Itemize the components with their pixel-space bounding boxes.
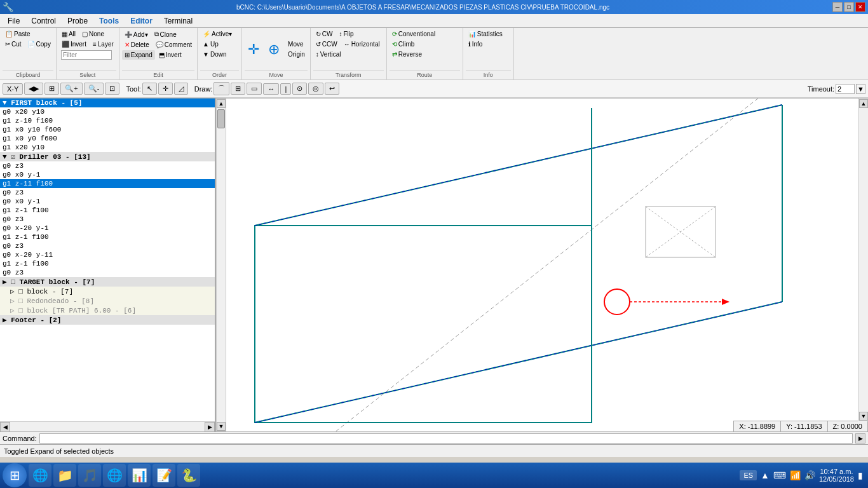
tool-cross-button[interactable]: ✛: [158, 83, 173, 95]
invert-button[interactable]: ⬒ Invert: [156, 50, 184, 60]
scroll-right-button[interactable]: ▶: [205, 422, 215, 431]
zoom-out-button[interactable]: 🔍-: [84, 83, 104, 95]
time-block[interactable]: 10:47 a.m. 12/05/2018: [819, 468, 854, 483]
delete-button[interactable]: ✕ Delete: [122, 40, 152, 50]
menu-tools[interactable]: Tools: [94, 15, 124, 27]
gcode-item-g1-x20-y10[interactable]: g1 x20 y10: [0, 143, 215, 152]
gcode-item-g1-z-1-f100[interactable]: g1 z-1 f100: [0, 206, 215, 215]
gcode-item-block-tr[interactable]: ▷ □ block [TR PATH] 6.00 - [6]: [0, 306, 215, 315]
taskbar-word[interactable]: 📝: [153, 464, 175, 487]
zoom-area-button[interactable]: ⊡: [105, 83, 119, 95]
gcode-item-block-7[interactable]: ▷ □ block - [7]: [0, 287, 215, 296]
gcode-item-g1-x0-y0[interactable]: g1 x0 y0 f600: [0, 134, 215, 143]
gcode-item-target-block[interactable]: ▶ □ TARGET block - [7]: [0, 277, 215, 287]
draw-btn5[interactable]: |: [280, 83, 291, 95]
expand-button[interactable]: ⊞ Expand: [122, 50, 155, 60]
select-all-button[interactable]: ▦ All: [59, 29, 78, 39]
reverse-button[interactable]: ⇄ Reverse: [390, 50, 438, 59]
gcode-item-g1-z-10[interactable]: g1 z-10 f100: [0, 116, 215, 125]
select-layer-button[interactable]: ≡ Layer: [90, 39, 116, 49]
gcode-item-first-block[interactable]: ▼ FIRST block - [5]: [0, 98, 215, 107]
menu-editor[interactable]: Editor: [125, 15, 158, 27]
flip-button[interactable]: ↕ Flip: [336, 29, 356, 39]
copy-button[interactable]: 📄 Copy: [25, 39, 53, 49]
gcode-item-footer-block[interactable]: ▶ Footer - [2]: [0, 315, 215, 325]
cut-button[interactable]: ✂ Cut: [3, 39, 24, 49]
draw-btn8[interactable]: ↩: [325, 83, 339, 95]
gcode-item-g0-z3-3[interactable]: g0 z3: [0, 215, 215, 224]
cw-button[interactable]: ↻ CW: [313, 29, 336, 39]
view-xy-button[interactable]: X-Y: [3, 83, 23, 95]
timeout-dropdown[interactable]: ▼: [856, 84, 865, 94]
show-desktop[interactable]: ▮: [858, 470, 863, 480]
tray-network[interactable]: 📶: [790, 470, 801, 480]
minimize-button[interactable]: ─: [832, 2, 843, 12]
view-arrow-button[interactable]: ◀▶: [24, 83, 43, 95]
active-button[interactable]: ⚡ Active▾: [200, 29, 234, 39]
scroll-down-button[interactable]: ▼: [217, 422, 226, 431]
vertical-button[interactable]: ↕ Vertical: [313, 50, 383, 59]
gcode-item-g0-z3-5[interactable]: g0 z3: [0, 268, 215, 277]
start-button[interactable]: ⊞: [3, 463, 27, 487]
gcode-item-g1-z-11-f100[interactable]: g1 z-11 f100: [0, 179, 215, 188]
canvas-scroll-down[interactable]: ▼: [859, 412, 868, 421]
tray-keyboard[interactable]: ⌨: [773, 470, 786, 480]
up-button[interactable]: ▲ Up: [200, 39, 234, 49]
ccw-button[interactable]: ↺ CCW: [313, 39, 340, 49]
select-none-button[interactable]: ▢ None: [79, 29, 107, 39]
gcode-item-g0-x20-y10[interactable]: g0 x20 y10: [0, 107, 215, 116]
canvas-vscroll-track[interactable]: [858, 109, 868, 411]
command-input[interactable]: [39, 433, 853, 444]
draw-rect-button[interactable]: ▭: [247, 83, 262, 95]
canvas-scrollbar-v[interactable]: ▲ ▼: [858, 98, 868, 421]
menu-probe[interactable]: Probe: [62, 15, 93, 27]
timeout-input[interactable]: [836, 84, 855, 94]
draw-line-button[interactable]: ⌒: [214, 82, 229, 95]
gcode-item-g0-x0-y-1[interactable]: g0 x0 y-1: [0, 170, 215, 179]
zoom-fit-button[interactable]: ⊞: [44, 83, 59, 95]
taskbar-media[interactable]: 🎵: [78, 464, 101, 487]
statistics-button[interactable]: 📊 Statistics: [466, 29, 505, 39]
scroll-track-h[interactable]: [10, 422, 205, 431]
taskbar-browser[interactable]: 🌐: [103, 464, 126, 487]
gcode-item-g1-z-1-f100-3[interactable]: g1 z-1 f100: [0, 259, 215, 268]
gcode-item-g0-z3-4[interactable]: g0 z3: [0, 241, 215, 250]
move-arrow-button[interactable]: ✛: [245, 39, 262, 60]
tray-arrow[interactable]: ▲: [761, 470, 770, 480]
tray-volume[interactable]: 🔊: [804, 470, 815, 480]
taskbar-python[interactable]: 🐍: [177, 464, 200, 487]
filter-input[interactable]: [61, 50, 112, 60]
origin-button[interactable]: ⊕: [265, 39, 283, 60]
gcode-item-g1-x0-y10[interactable]: g1 x0 y10 f600: [0, 125, 215, 134]
canvas-scroll-up[interactable]: ▲: [859, 99, 868, 108]
down-button[interactable]: ▼ Down: [200, 50, 234, 59]
climb-button[interactable]: ⟲ Climb: [390, 39, 438, 49]
gcode-item-g0-x0-y-1-2[interactable]: g0 x0 y-1: [0, 197, 215, 206]
add-button[interactable]: ➕ Add▾: [122, 29, 151, 39]
gcode-item-g0-z3[interactable]: g0 z3: [0, 161, 215, 170]
taskbar-folder[interactable]: 📁: [53, 464, 76, 487]
gcode-item-g0-z3-2[interactable]: g0 z3: [0, 188, 215, 197]
draw-btn7[interactable]: ◎: [308, 83, 323, 95]
close-button[interactable]: ✕: [855, 2, 865, 12]
scroll-track-v[interactable]: [217, 108, 226, 422]
scroll-thumb[interactable]: [217, 109, 225, 128]
gcode-item-redondeado-8[interactable]: ▷ □ Redondeado - [8]: [0, 296, 215, 306]
cmd-arrow-button[interactable]: ▶: [855, 433, 865, 444]
paste-button[interactable]: 📋 Paste: [3, 29, 53, 39]
zoom-in-button[interactable]: 🔍+: [60, 83, 82, 95]
draw-grid-button[interactable]: ⊞: [231, 83, 245, 95]
maximize-button[interactable]: □: [844, 2, 854, 12]
conventional-button[interactable]: ⟳ Conventional: [390, 29, 438, 39]
left-panel-scrollbar[interactable]: ▲ ▼: [216, 98, 226, 431]
tool-select-button[interactable]: ↖: [142, 83, 157, 95]
info-button[interactable]: ℹ Info: [466, 39, 505, 49]
menu-control[interactable]: Control: [26, 15, 61, 27]
draw-measure-button[interactable]: ↔: [263, 83, 279, 95]
taskbar-ie[interactable]: 🌐: [29, 464, 51, 487]
scroll-up-button[interactable]: ▲: [217, 99, 226, 108]
clone-button[interactable]: ⧉ Clone: [152, 29, 179, 39]
gcode-item-g1-z-1-f100-2[interactable]: g1 z-1 f100: [0, 233, 215, 241]
tool-angle-button[interactable]: ◿: [174, 83, 188, 95]
gcode-item-driller-block[interactable]: ▼ ☑ Driller 03 - [13]: [0, 152, 215, 161]
